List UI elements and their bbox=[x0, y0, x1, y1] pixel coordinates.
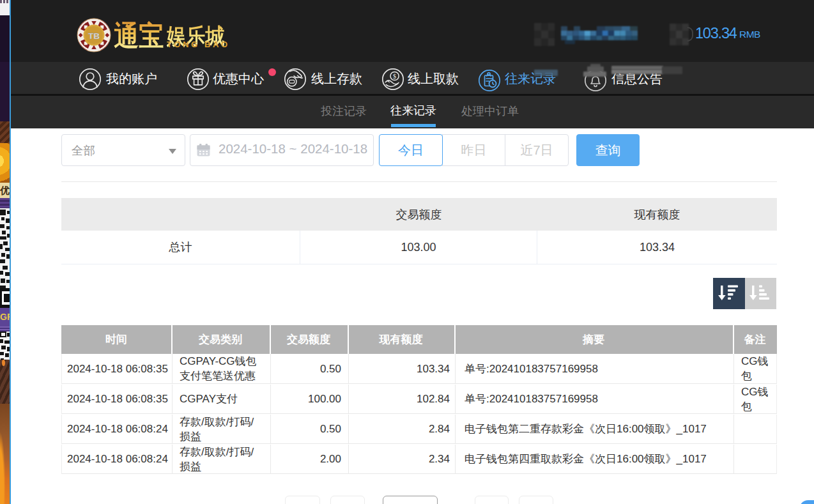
svg-text:$: $ bbox=[393, 73, 396, 80]
svg-text:TB: TB bbox=[88, 31, 100, 41]
